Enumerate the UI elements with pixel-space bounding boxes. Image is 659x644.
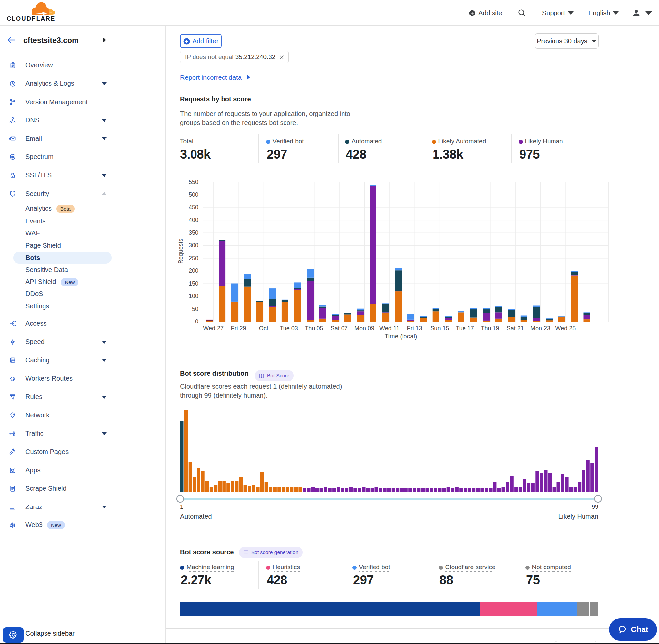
svg-text:Automated: Automated — [180, 513, 212, 520]
svg-text:Wed 27: Wed 27 — [203, 325, 223, 332]
svg-text:Wed 25: Wed 25 — [556, 325, 576, 332]
svg-text:99: 99 — [592, 504, 598, 510]
svg-text:Fri 13: Fri 13 — [407, 325, 422, 332]
svg-text:Thu 05: Thu 05 — [305, 325, 323, 332]
svg-text:450: 450 — [189, 204, 198, 211]
svg-text:0: 0 — [195, 318, 198, 325]
svg-text:Mon 09: Mon 09 — [354, 325, 374, 332]
svg-text:550: 550 — [189, 179, 198, 185]
svg-text:Sat 07: Sat 07 — [331, 325, 348, 332]
svg-text:Oct: Oct — [259, 325, 268, 332]
svg-text:300: 300 — [189, 242, 198, 249]
svg-text:200: 200 — [189, 268, 198, 274]
svg-text:500: 500 — [189, 191, 198, 198]
svg-text:Sat 21: Sat 21 — [507, 325, 524, 332]
svg-text:Mon 23: Mon 23 — [531, 325, 550, 332]
svg-text:Fri 29: Fri 29 — [231, 325, 246, 332]
svg-text:100: 100 — [189, 293, 198, 299]
svg-text:Time (local): Time (local) — [385, 333, 417, 340]
svg-text:Sun 15: Sun 15 — [430, 325, 449, 332]
svg-text:Wed 11: Wed 11 — [379, 325, 399, 332]
svg-text:Tue 03: Tue 03 — [280, 325, 298, 332]
svg-text:Likely Human: Likely Human — [559, 513, 598, 520]
svg-text:Tue 17: Tue 17 — [456, 325, 474, 332]
svg-text:Thu 19: Thu 19 — [481, 325, 499, 332]
svg-text:50: 50 — [192, 306, 198, 312]
svg-text:150: 150 — [189, 280, 198, 287]
svg-text:1: 1 — [180, 504, 183, 510]
svg-text:Requests: Requests — [178, 239, 184, 264]
svg-text:400: 400 — [189, 217, 198, 223]
svg-text:350: 350 — [189, 230, 198, 236]
svg-text:250: 250 — [189, 255, 198, 261]
